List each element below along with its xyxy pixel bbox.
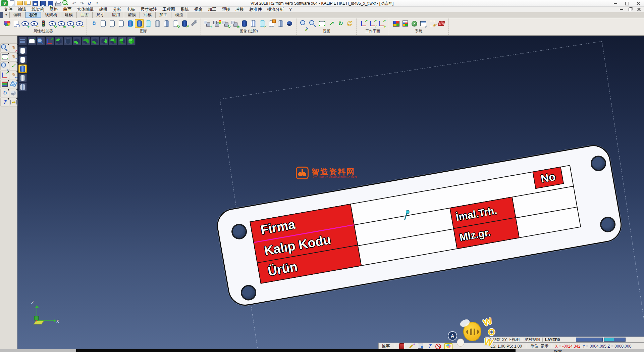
view-vector-icon[interactable]: ↗ bbox=[327, 19, 335, 28]
status-help-icon[interactable]: ? bbox=[426, 343, 434, 349]
layer-color-bar[interactable] bbox=[576, 338, 603, 342]
advanced-add-icon[interactable] bbox=[204, 19, 212, 28]
erase-entity-icon[interactable]: ✎ bbox=[9, 44, 17, 52]
view-isometric-2-icon[interactable] bbox=[118, 37, 126, 45]
measure-icon[interactable]: ↔ bbox=[9, 98, 17, 106]
menu-item[interactable]: 系统 bbox=[178, 7, 192, 12]
section-view-icon[interactable] bbox=[180, 19, 189, 28]
advanced-toggle-icon[interactable] bbox=[231, 19, 239, 28]
menu-item[interactable]: 分析 bbox=[110, 7, 124, 12]
help-icon[interactable]: ? bbox=[1, 98, 9, 106]
workplane-axes-icon[interactable]: ↗ bbox=[359, 19, 368, 28]
strip-hidden-line-icon[interactable] bbox=[18, 55, 27, 64]
strip-mesh-icon[interactable] bbox=[18, 83, 27, 91]
shaded-display-icon[interactable] bbox=[135, 19, 144, 28]
visi-logo-icon[interactable]: V bbox=[1, 0, 8, 6]
status-wand-icon[interactable]: * bbox=[407, 343, 415, 349]
open-file-icon[interactable] bbox=[16, 0, 23, 6]
status-disable-icon[interactable] bbox=[435, 343, 443, 349]
graphics-viewport[interactable]: ↗ Firma Kalıp Kodu Ürün İmal.Trh. Mlz bbox=[17, 36, 644, 352]
ribbon-tab[interactable]: 冲模 bbox=[140, 12, 156, 18]
view-right-icon[interactable] bbox=[100, 37, 108, 45]
menu-item[interactable]: 网格 bbox=[47, 7, 61, 12]
workplane-align-icon[interactable]: ↗ bbox=[368, 19, 377, 28]
new-document-icon[interactable] bbox=[9, 0, 15, 6]
status-plot-icon[interactable] bbox=[416, 343, 424, 349]
ribbon-tab[interactable]: 标准 bbox=[25, 12, 41, 18]
zoom-previous-icon[interactable] bbox=[37, 37, 45, 45]
striped-display-icon[interactable] bbox=[249, 19, 258, 28]
view-left-icon[interactable] bbox=[91, 37, 99, 45]
show-all-icon[interactable] bbox=[66, 19, 75, 28]
active-layer-label[interactable]: LAYER0 bbox=[545, 338, 560, 342]
menu-item[interactable]: 标准件 bbox=[247, 7, 265, 12]
ribbon-tab[interactable]: 编辑 bbox=[10, 12, 25, 18]
print-preview-icon[interactable] bbox=[63, 0, 69, 6]
hide-entities-icon[interactable] bbox=[30, 19, 39, 28]
view-rotate-icon[interactable]: ↻ bbox=[336, 19, 344, 28]
tab-dropdown-button[interactable]: ▼ bbox=[3, 12, 10, 18]
wire-solid-icon[interactable] bbox=[276, 19, 285, 28]
print-icon[interactable] bbox=[55, 0, 62, 6]
ribbon-tab[interactable]: 加工 bbox=[156, 12, 171, 18]
mdi-minimize-button[interactable] bbox=[617, 7, 626, 12]
show-entities-icon[interactable] bbox=[21, 19, 30, 28]
history-icon[interactable]: ↺ bbox=[86, 0, 93, 6]
strip-wireframe-icon[interactable] bbox=[18, 46, 27, 55]
view-mode-label[interactable]: 绝对 XY 上视图 bbox=[493, 337, 520, 342]
menu-item[interactable]: 电极 bbox=[124, 7, 138, 12]
zoom-window-icon[interactable] bbox=[309, 19, 317, 28]
view-front-icon[interactable] bbox=[73, 37, 81, 45]
save-as-icon[interactable] bbox=[40, 0, 46, 6]
ribbon-tab[interactable]: 曲面 bbox=[77, 12, 93, 18]
refresh-view-icon[interactable]: ↻ bbox=[1, 89, 9, 97]
zoom-box-icon[interactable] bbox=[1, 62, 9, 70]
save-sync-icon[interactable] bbox=[47, 0, 54, 6]
dashed-display-icon[interactable] bbox=[117, 19, 125, 28]
render-settings-icon[interactable] bbox=[189, 19, 198, 28]
minimize-button[interactable] bbox=[610, 0, 621, 7]
shaded-edges-display-icon[interactable] bbox=[126, 19, 135, 28]
menu-item[interactable]: 加工 bbox=[205, 7, 219, 12]
attribute-table-icon[interactable] bbox=[419, 19, 428, 28]
attribute-palette-icon[interactable] bbox=[3, 19, 11, 28]
select-zoom-icon[interactable] bbox=[1, 44, 9, 52]
view-iso-wire-icon[interactable] bbox=[64, 37, 72, 45]
status-notebook-icon[interactable] bbox=[397, 343, 406, 349]
color-settings-icon[interactable] bbox=[401, 19, 410, 28]
strip-shaded-icon[interactable] bbox=[18, 64, 27, 73]
view-back-icon[interactable] bbox=[82, 37, 90, 45]
attribute-document-icon[interactable] bbox=[12, 19, 20, 28]
maximize-button[interactable] bbox=[621, 0, 633, 7]
menu-item[interactable]: 尺寸标注 bbox=[138, 7, 160, 12]
workplane-icon[interactable]: ↗ bbox=[1, 71, 9, 79]
menu-item[interactable]: 冲模 bbox=[233, 7, 247, 12]
view-search-icon[interactable] bbox=[488, 338, 492, 342]
ribbon-tab[interactable]: 塑膜 bbox=[124, 12, 140, 18]
menu-item[interactable]: 文件 bbox=[1, 7, 15, 12]
filter-traffic-light-icon[interactable] bbox=[39, 19, 48, 28]
mesh-display-icon[interactable] bbox=[162, 19, 171, 28]
wireframe-display-icon[interactable] bbox=[99, 19, 107, 28]
hide-all-icon[interactable] bbox=[75, 19, 84, 28]
validated-solid-icon[interactable] bbox=[258, 19, 267, 28]
layer-manager-icon[interactable] bbox=[1, 80, 9, 88]
strip-flat-icon[interactable] bbox=[18, 74, 27, 82]
mdi-restore-button[interactable] bbox=[626, 7, 635, 12]
menu-item[interactable]: 线架构 bbox=[29, 7, 47, 12]
menu-item[interactable]: 工程图 bbox=[160, 7, 178, 12]
solid-body-icon[interactable] bbox=[285, 19, 294, 28]
ribbon-tab[interactable]: 模流 bbox=[171, 12, 187, 18]
menu-item[interactable]: 编辑 bbox=[15, 7, 29, 12]
menu-item[interactable]: 视窗 bbox=[192, 7, 205, 12]
menu-item[interactable]: 塑模 bbox=[219, 7, 233, 12]
edit-curve-icon[interactable]: ✎ bbox=[9, 71, 17, 79]
edit-circle-icon[interactable]: ✎ bbox=[9, 53, 17, 61]
ribbon-tab[interactable]: 尺寸 bbox=[93, 12, 108, 18]
insert-file-icon[interactable] bbox=[24, 0, 31, 6]
view-orientation-icon[interactable]: ☺ bbox=[345, 19, 354, 28]
view-menu-icon[interactable] bbox=[18, 37, 27, 45]
grid-settings-icon[interactable] bbox=[437, 19, 446, 28]
snap-lock-label[interactable]: 拴牢 bbox=[379, 343, 392, 349]
menu-item[interactable]: 模流分析 bbox=[265, 7, 287, 12]
